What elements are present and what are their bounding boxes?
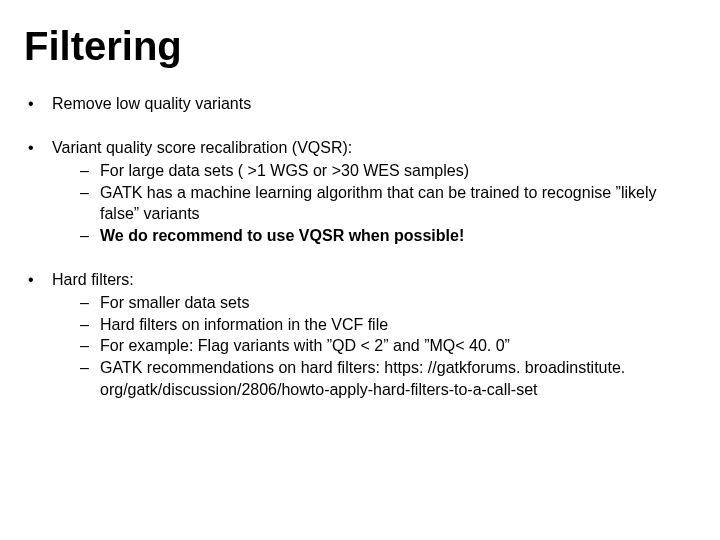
sub-bullet-item: For large data sets ( >1 WGS or >30 WES … — [80, 160, 696, 182]
sub-bullet-list: For large data sets ( >1 WGS or >30 WES … — [52, 160, 696, 246]
bullet-item: Variant quality score recalibration (VQS… — [28, 137, 696, 247]
sub-bullet-text: For large data sets ( >1 WGS or >30 WES … — [100, 162, 469, 179]
sub-bullet-text: For example: Flag variants with ”QD < 2”… — [100, 337, 510, 354]
bullet-list: Remove low quality variants Variant qual… — [24, 93, 696, 400]
bullet-text: Variant quality score recalibration (VQS… — [52, 139, 352, 156]
sub-bullet-item: GATK has a machine learning algorithm th… — [80, 182, 696, 225]
slide: Filtering Remove low quality variants Va… — [0, 0, 720, 540]
sub-bullet-item: GATK recommendations on hard filters: ht… — [80, 357, 696, 400]
bullet-text: Hard filters: — [52, 271, 134, 288]
sub-bullet-item: For example: Flag variants with ”QD < 2”… — [80, 335, 696, 357]
sub-bullet-item: We do recommend to use VQSR when possibl… — [80, 225, 696, 247]
bullet-text: Remove low quality variants — [52, 95, 251, 112]
sub-bullet-item: Hard filters on information in the VCF f… — [80, 314, 696, 336]
sub-bullet-item: For smaller data sets — [80, 292, 696, 314]
sub-bullet-text-bold: We do recommend to use VQSR when possibl… — [100, 227, 464, 244]
sub-bullet-text: GATK has a machine learning algorithm th… — [100, 184, 656, 223]
page-title: Filtering — [24, 24, 696, 69]
sub-bullet-list: For smaller data sets Hard filters on in… — [52, 292, 696, 400]
bullet-item: Hard filters: For smaller data sets Hard… — [28, 269, 696, 401]
bullet-item: Remove low quality variants — [28, 93, 696, 115]
sub-bullet-text: GATK recommendations on hard filters: ht… — [100, 359, 625, 398]
sub-bullet-text: For smaller data sets — [100, 294, 249, 311]
sub-bullet-text: Hard filters on information in the VCF f… — [100, 316, 388, 333]
